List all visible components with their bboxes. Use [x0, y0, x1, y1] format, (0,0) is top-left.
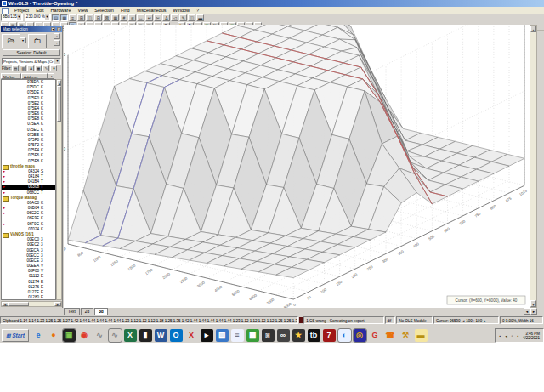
- map-list-hscrollbar[interactable]: ◄ ►: [1, 301, 62, 307]
- tab-text[interactable]: Text: [64, 308, 80, 315]
- cut-button[interactable]: ✂: [154, 14, 162, 21]
- edit-pen-button[interactable]: ✎: [179, 14, 187, 21]
- menu-item-selection[interactable]: Selection: [91, 7, 117, 14]
- movie-icon[interactable]: ★: [292, 329, 305, 342]
- scroll-up-icon[interactable]: ▴: [530, 26, 536, 32]
- chevron-down-icon[interactable]: ▾: [17, 14, 21, 20]
- col-mode-button[interactable]: ◫: [86, 14, 94, 21]
- scroll-down-icon[interactable]: ▾: [530, 300, 536, 307]
- row-mode-button[interactable]: ⊟: [94, 14, 102, 21]
- filter-button-3[interactable]: A: [27, 65, 34, 71]
- close-icon[interactable]: ✕: [57, 27, 61, 31]
- outlook-icon[interactable]: O: [170, 329, 183, 342]
- map-mode-button[interactable]: ▦: [111, 14, 119, 21]
- menu-item-edit[interactable]: Edit: [32, 7, 47, 14]
- audio-swoosh-icon[interactable]: ∿: [94, 329, 106, 342]
- menu-item-project[interactable]: Project: [11, 7, 32, 14]
- tab-scroll-right-icon[interactable]: ►: [530, 308, 537, 315]
- undo-button[interactable]: ↩: [145, 14, 153, 21]
- filter-button-1[interactable]: ▤: [12, 65, 19, 71]
- menu-item-window[interactable]: Window: [169, 7, 193, 14]
- open-dropdown-button[interactable]: ▾: [20, 37, 26, 43]
- split-window-button[interactable]: ◫: [188, 14, 196, 21]
- tray-clock[interactable]: 3:46 PM 4/22/2021: [521, 332, 541, 340]
- block-mode-button[interactable]: ⊠: [103, 14, 110, 21]
- map-row[interactable]: 01280E: [2, 295, 55, 300]
- scope-dropdown[interactable]: Projects, Versions & Maps (Cr ▾: [2, 58, 61, 65]
- column-marker[interactable]: Marker: [1, 73, 21, 79]
- scroll-thumb[interactable]: [57, 86, 61, 122]
- red-x-icon[interactable]: X: [185, 329, 198, 342]
- excel-icon[interactable]: X: [124, 329, 137, 342]
- panel-title-bar[interactable]: Map selection ▾ ✕: [1, 26, 62, 32]
- browser-blue-icon[interactable]: ◐: [338, 329, 351, 342]
- tab-3d[interactable]: 3d: [94, 308, 108, 315]
- view-2d-button[interactable]: ▤: [52, 14, 60, 21]
- chevron-down-icon[interactable]: ▾: [54, 59, 60, 64]
- start-button[interactable]: ⊞ Start: [2, 329, 29, 342]
- audio-swoosh2-icon[interactable]: ∿: [109, 329, 122, 342]
- chevron-down-icon[interactable]: ▾: [45, 14, 49, 20]
- throttle-map-3d-surface[interactable]: 7014060080010001250150017502000250030004…: [64, 25, 530, 308]
- zoom-level-combo[interactable]: 230.000 %▾: [25, 14, 51, 21]
- value-format-combo[interactable]: 8Bit/135▾: [1, 14, 23, 21]
- chrome-box-icon[interactable]: ◎: [354, 329, 366, 342]
- hash-small-button[interactable]: #: [120, 14, 128, 21]
- filter-button-5[interactable]: ✎: [42, 65, 49, 71]
- chrome-icon[interactable]: ◉: [78, 329, 91, 342]
- word-icon[interactable]: W: [155, 329, 167, 342]
- image-viewer-icon[interactable]: ▣: [63, 329, 76, 342]
- internet-explorer-icon[interactable]: e: [32, 329, 45, 342]
- seven-zip-icon[interactable]: 7: [323, 329, 336, 342]
- tray-icon-1[interactable]: ▪: [497, 333, 503, 338]
- binoculars-icon[interactable]: ∞: [277, 329, 290, 342]
- menu-item-miscellaneous[interactable]: Miscellaneous: [133, 7, 170, 14]
- scroll-right-icon[interactable]: ►: [54, 302, 61, 306]
- tab-scroll-left-icon[interactable]: ◄: [524, 308, 530, 315]
- tray-icon-4[interactable]: ▪: [515, 333, 521, 338]
- open-project-button[interactable]: 🗁: [2, 34, 20, 48]
- text-view-button[interactable]: ≡: [69, 14, 76, 21]
- width-button[interactable]: ↔: [137, 14, 144, 21]
- chart-vscrollbar[interactable]: ▴ ▾: [530, 25, 537, 308]
- book-icon[interactable]: ▮: [139, 329, 152, 342]
- hash-large-button[interactable]: ≋: [128, 14, 136, 21]
- scroll-up-icon[interactable]: ▲: [57, 80, 61, 86]
- folder-icon[interactable]: ▤: [216, 329, 229, 342]
- panel-option1-button[interactable]: ▫: [54, 33, 60, 39]
- surface-plot-area[interactable]: 7014060080010001250150017502000250030004…: [64, 25, 530, 308]
- pin-icon[interactable]: ▾: [51, 27, 55, 31]
- flag-button[interactable]: ▬: [196, 14, 204, 21]
- map-list-vscrollbar[interactable]: ▲: [56, 79, 62, 300]
- session-button[interactable]: Session: Default: [3, 49, 60, 56]
- grid-mode-button[interactable]: ⊞: [77, 14, 85, 21]
- sticky-note-icon[interactable]: ▬: [415, 329, 428, 342]
- tray-icon-2[interactable]: ◂: [503, 333, 509, 338]
- menu-item-?[interactable]: ?: [193, 7, 202, 14]
- delta-button[interactable]: Δ: [162, 14, 170, 21]
- notepad-icon[interactable]: ≡: [231, 329, 244, 342]
- tb-icon[interactable]: tb: [308, 329, 320, 342]
- phone-icon[interactable]: ☎: [384, 329, 397, 342]
- import-project-button[interactable]: 🗀: [28, 34, 47, 48]
- filter-button-6[interactable]: ▼: [50, 65, 57, 71]
- filter-button-2[interactable]: ▥: [20, 65, 26, 71]
- sort-icon[interactable]: ▲: [48, 73, 54, 79]
- menu-item-find[interactable]: Find: [117, 7, 133, 14]
- title-bar[interactable]: WinOLS - Throttle-Opening *: [0, 0, 544, 7]
- camera-icon[interactable]: ◙: [262, 329, 275, 342]
- panel-option2-button[interactable]: ▫: [54, 40, 60, 46]
- cmd-icon[interactable]: ▸: [201, 329, 213, 342]
- media-orange-icon[interactable]: ●: [48, 329, 60, 342]
- wrench-icon[interactable]: ⚒: [400, 329, 412, 342]
- tab-2d[interactable]: 2d: [81, 308, 94, 315]
- menu-item-view[interactable]: View: [74, 7, 91, 14]
- triangle-button[interactable]: ◁: [171, 14, 178, 21]
- filter-button-4[interactable]: ▦: [35, 65, 42, 71]
- column-address[interactable]: Address: [21, 73, 48, 79]
- g-circle-icon[interactable]: G: [369, 329, 382, 342]
- tray-icon-3[interactable]: ▫: [509, 333, 515, 338]
- menu-item-hardware[interactable]: Hardware: [48, 7, 75, 14]
- scroll-left-icon[interactable]: ◄: [2, 302, 8, 306]
- view-3d-button[interactable]: ▩: [60, 14, 68, 21]
